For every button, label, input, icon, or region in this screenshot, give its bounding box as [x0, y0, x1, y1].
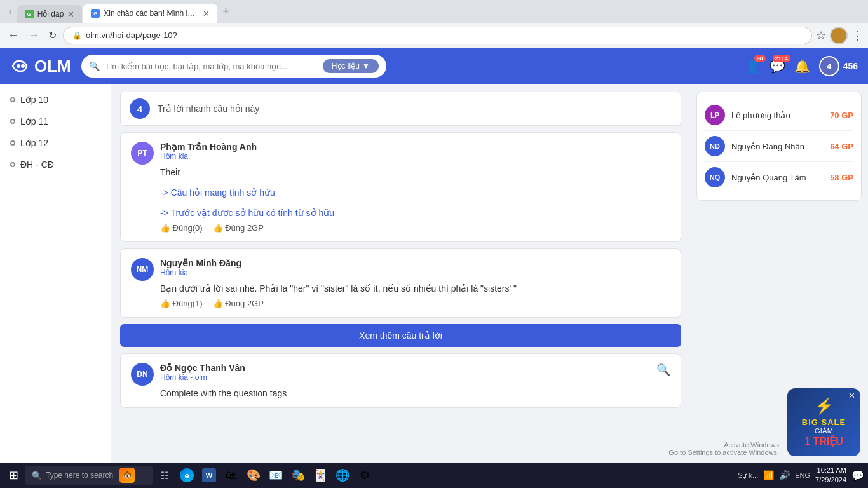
messages-badge: 2114 — [773, 55, 790, 62]
svg-point-0 — [17, 64, 20, 68]
see-more-button[interactable]: Xem thêm câu trả lời — [120, 324, 681, 347]
filter-button[interactable]: Học liệu ▼ — [323, 59, 379, 73]
sidebar-item-lop12[interactable]: Lớp 12 — [0, 132, 111, 154]
notifications-button[interactable]: 🔔 — [794, 58, 810, 74]
browser-chrome: ‹ G Hỏi đáp ✕ G Xin chào các bạn! Mình l… — [0, 0, 868, 48]
tab1-close[interactable]: ✕ — [67, 10, 74, 19]
leaderboard-row-1: LP Lê phương thảo 70 GP — [705, 100, 853, 131]
user-avatar-btn[interactable] — [830, 27, 848, 44]
activate-line2: Go to Settings to activate Windows. — [668, 449, 779, 456]
body-line-their: Their — [160, 167, 670, 177]
link-2[interactable]: -> Trước vật được sở hữu có tính từ sở h… — [160, 208, 334, 218]
link-1[interactable]: -> Câu hỏi mang tính sở hữu — [160, 187, 275, 198]
vote-gp-2[interactable]: 👍 Đúng 2GP — [213, 299, 264, 308]
sidebar-item-lop10[interactable]: Lớp 10 — [0, 89, 111, 111]
timestamp-2: Hôm kia — [160, 268, 241, 277]
vote-correct-2[interactable]: 👍 Đúng(1) — [160, 299, 203, 308]
reload-button[interactable]: ↻ — [46, 27, 59, 44]
next-user-info: Đỗ Ngọc Thanh Vân Hôm kia - olm — [160, 363, 245, 382]
taskbar-icon-game[interactable]: 🃏 — [310, 465, 330, 485]
vote-correct-1[interactable]: 👍 Đúng(0) — [160, 223, 203, 233]
tab-chevron-left[interactable]: ‹ — [5, 6, 16, 17]
notification-icon[interactable]: 💬 — [851, 470, 864, 482]
site-header: OLM 🔍 Học liệu ▼ 👤 98 💬 2114 🔔 4 456 — [0, 48, 868, 84]
messages-button[interactable]: 💬 2114 — [770, 58, 785, 74]
lb-avatar-nq: NQ — [705, 167, 725, 187]
date-display: 7/29/2024 — [815, 475, 846, 485]
search-bar[interactable]: 🔍 Học liệu ▼ — [81, 55, 386, 78]
next-question-preview: Complete with the question tags — [160, 388, 287, 398]
taskbar: ⊞ 🔍 Type here to search 🐯 ☷ e W 🛍 🎨 📧 🎭 … — [0, 463, 868, 488]
giam-text: GIẢM — [797, 427, 850, 435]
user-coins[interactable]: 4 456 — [819, 56, 858, 76]
back-button[interactable]: ← — [5, 26, 22, 44]
volume-icon: 🔊 — [779, 470, 790, 480]
lb-name-3: Nguyễn Quang Tâm — [731, 173, 830, 182]
taskbar-search[interactable]: 🔍 Type here to search 🐯 — [25, 466, 153, 485]
taskbar-search-icon: 🔍 — [32, 471, 42, 480]
answer-card-1: PT Phạm Trần Hoàng Anh Hôm kia Their -> … — [120, 132, 681, 242]
avatar-pt: PT — [131, 142, 154, 165]
friends-button[interactable]: 👤 98 — [745, 58, 761, 74]
taskbar-right: Sự k... 📶 🔊 ENG 10:21 AM 7/29/2024 💬 — [738, 466, 864, 485]
time-display: 10:21 AM — [815, 466, 846, 475]
sidebar-item-dhcd[interactable]: ĐH - CĐ — [0, 154, 111, 175]
taskbar-icon-chrome[interactable]: 🌐 — [332, 465, 353, 485]
network-icon: 📶 — [763, 470, 774, 480]
sale-close-button[interactable]: ✕ — [848, 391, 855, 400]
taskbar-icon-paint[interactable]: 🎭 — [288, 465, 308, 485]
lb-avatar-lp: LP — [705, 105, 725, 125]
taskbar-icon-media[interactable]: 🎨 — [243, 465, 264, 485]
taskbar-icon-store[interactable]: 🛍 — [221, 465, 241, 485]
tab2-close[interactable]: ✕ — [203, 9, 210, 18]
bookmark-button[interactable]: ☆ — [816, 29, 826, 43]
search-question-button[interactable]: 🔍 — [656, 363, 670, 377]
lb-gp-1: 70 GP — [830, 111, 853, 120]
menu-button[interactable]: ⋮ — [851, 29, 863, 43]
user-num-circle: 4 — [819, 56, 839, 76]
taskbar-icon-task-view[interactable]: ☷ — [154, 465, 175, 485]
tab1-favicon: G — [25, 10, 34, 18]
trieu-text: 1 TRIỆU — [797, 435, 850, 447]
taskbar-icon-word[interactable]: W — [199, 465, 219, 485]
search-input[interactable] — [105, 62, 318, 71]
vote-gp-1[interactable]: 👍 Đúng 2GP — [213, 223, 264, 233]
vote-row-2: 👍 Đúng(1) 👍 Đúng 2GP — [131, 299, 670, 308]
taskbar-search-widget: 🐯 — [119, 468, 135, 483]
lb-gp-3: 58 GP — [830, 173, 853, 182]
next-question-header: DN Đỗ Ngọc Thanh Vân Hôm kia - olm 🔍 — [131, 363, 670, 386]
main-layout: Lớp 10 Lớp 11 Lớp 12 ĐH - CĐ 4 Trả lời n… — [0, 84, 868, 463]
sidebar-item-lop11[interactable]: Lớp 11 — [0, 111, 111, 132]
start-button[interactable]: ⊞ — [4, 466, 24, 485]
user-info-1: Phạm Trần Hoàng Anh Hôm kia — [160, 142, 257, 161]
tab-bar: ‹ G Hỏi đáp ✕ G Xin chào các bạn! Mình l… — [0, 0, 868, 23]
new-tab-button[interactable]: + — [219, 5, 233, 18]
taskbar-time: 10:21 AM 7/29/2024 — [815, 466, 846, 485]
username-1: Phạm Trần Hoàng Anh — [160, 142, 257, 152]
username-2: Nguyễn Minh Đăng — [160, 258, 241, 268]
logo-text: OLM — [34, 57, 71, 76]
browser-tab-1[interactable]: G Hỏi đáp ✕ — [17, 5, 83, 23]
user-row-1: PT Phạm Trần Hoàng Anh Hôm kia — [131, 142, 670, 165]
dot-icon — [10, 162, 15, 167]
sale-icon: ⚡ — [797, 397, 850, 415]
coins-count: 456 — [843, 61, 858, 71]
taskbar-icon-edge[interactable]: e — [177, 465, 197, 485]
forward-button[interactable]: → — [25, 26, 42, 44]
taskbar-icon-mail[interactable]: 📧 — [266, 465, 286, 485]
dot-icon — [10, 119, 15, 124]
svg-point-1 — [21, 64, 25, 68]
browser-tab-2[interactable]: G Xin chào các bạn! Mình là Hà A... ✕ — [83, 4, 217, 23]
lb-name-2: Nguyễn Đăng Nhân — [731, 142, 830, 151]
lb-avatar-nd: ND — [705, 136, 725, 156]
tab1-title: Hỏi đáp — [37, 10, 64, 18]
next-question-card: DN Đỗ Ngọc Thanh Vân Hôm kia - olm 🔍 Com… — [120, 353, 681, 408]
site-logo[interactable]: OLM — [10, 57, 71, 76]
address-bar[interactable]: 🔒 olm.vn/hoi-dap/page-10? — [63, 27, 812, 44]
answer-num-circle: 4 — [130, 98, 150, 119]
user-row-2: NM Nguyễn Minh Đăng Hôm kia — [131, 258, 670, 281]
taskbar-icon-chrome2[interactable]: ⚙ — [355, 465, 375, 485]
next-username: Đỗ Ngọc Thanh Vân — [160, 363, 245, 373]
address-text: olm.vn/hoi-dap/page-10? — [86, 30, 177, 40]
leaderboard-row-2: ND Nguyễn Đăng Nhân 64 GP — [705, 131, 853, 162]
